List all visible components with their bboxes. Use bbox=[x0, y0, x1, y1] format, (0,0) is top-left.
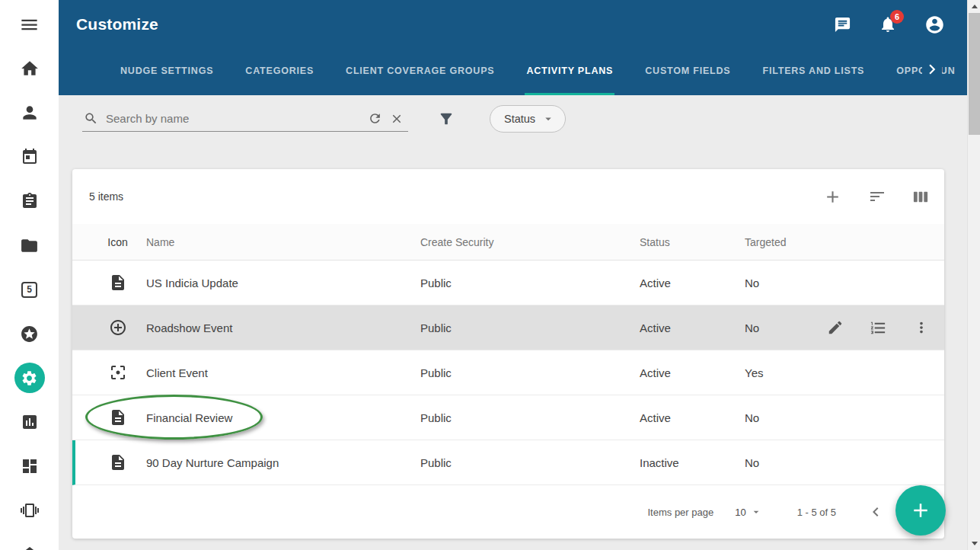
folder-icon bbox=[20, 236, 39, 255]
hamburger-icon bbox=[19, 14, 40, 35]
filter-button[interactable] bbox=[438, 110, 455, 127]
notification-badge: 6 bbox=[890, 10, 904, 24]
search-input[interactable] bbox=[106, 112, 360, 125]
columns-icon bbox=[912, 188, 930, 206]
pencil-icon bbox=[827, 319, 844, 336]
notifications-button[interactable]: 6 bbox=[879, 15, 897, 34]
row-create-security: Public bbox=[420, 456, 640, 469]
sidebar-item-calendar[interactable] bbox=[14, 142, 45, 172]
table-row[interactable]: Client Event Public Active Yes bbox=[72, 350, 944, 395]
row-status: Active bbox=[640, 366, 745, 379]
row-status: Active bbox=[640, 321, 745, 334]
row-targeted: No bbox=[745, 321, 821, 334]
add-item-button[interactable] bbox=[823, 187, 842, 206]
tab-client-coverage-groups[interactable]: CLIENT COVERAGE GROUPS bbox=[344, 49, 496, 95]
sidebar-item-files[interactable] bbox=[14, 230, 45, 261]
person-icon bbox=[20, 103, 40, 123]
app-root: 5 Customize bbox=[0, 0, 980, 550]
sidebar-item-favorites[interactable] bbox=[14, 318, 45, 349]
tab-activity-plans[interactable]: ACTIVITY PLANS bbox=[525, 49, 614, 95]
sidebar-item-home[interactable] bbox=[14, 53, 45, 84]
account-button[interactable] bbox=[924, 14, 945, 35]
row-create-security: Public bbox=[420, 277, 640, 289]
tab-categories[interactable]: CATEGORIES bbox=[244, 49, 315, 95]
status-filter-label: Status bbox=[504, 113, 535, 125]
center-focus-icon bbox=[109, 363, 127, 382]
row-targeted: No bbox=[745, 277, 821, 289]
col-header-status: Status bbox=[640, 236, 745, 248]
row-targeted: Yes bbox=[745, 366, 821, 379]
dashboard-icon bbox=[21, 457, 39, 475]
refresh-button[interactable] bbox=[368, 111, 382, 126]
plus-icon bbox=[909, 499, 932, 522]
chat-button[interactable] bbox=[834, 16, 851, 34]
document-icon bbox=[109, 273, 127, 292]
tab-nudge-settings[interactable]: NUDGE SETTINGS bbox=[119, 49, 215, 95]
pagination-bar: Items per page 10 1 - 5 of 5 bbox=[72, 485, 944, 539]
chevron-left-icon bbox=[867, 503, 885, 521]
content-area: Status 5 items bbox=[59, 95, 967, 550]
scrollbar-thumb[interactable] bbox=[969, 13, 980, 135]
numbered-list-icon bbox=[870, 319, 887, 337]
prev-page-button[interactable] bbox=[867, 503, 885, 521]
row-name: Financial Review bbox=[146, 411, 420, 424]
more-options-button[interactable] bbox=[913, 319, 930, 337]
table-row[interactable]: 90 Day Nurture Campaign Public Inactive … bbox=[72, 440, 944, 485]
create-activity-plan-fab[interactable] bbox=[895, 485, 946, 536]
clear-search-button[interactable] bbox=[390, 112, 404, 126]
five-icon: 5 bbox=[21, 282, 37, 298]
clipboard-icon bbox=[21, 192, 39, 210]
col-header-icon: Icon bbox=[89, 236, 146, 248]
activity-plans-card: 5 items Icon bbox=[72, 169, 944, 539]
col-header-create-security: Create Security bbox=[420, 236, 640, 248]
search-icon bbox=[84, 111, 98, 126]
scrollbar[interactable] bbox=[967, 0, 980, 550]
search-box bbox=[82, 106, 408, 132]
sidebar-item-profile[interactable] bbox=[14, 98, 45, 128]
row-name: 90 Day Nurture Campaign bbox=[146, 456, 420, 469]
menu-button[interactable] bbox=[14, 9, 45, 40]
filter-row: Status bbox=[59, 95, 967, 142]
status-filter-chip[interactable]: Status bbox=[490, 105, 566, 133]
sidebar-item-reports[interactable] bbox=[14, 407, 45, 437]
refresh-icon bbox=[368, 111, 382, 126]
avatar-icon bbox=[924, 14, 945, 35]
row-targeted: No bbox=[745, 456, 821, 469]
table-row[interactable]: US Indicia Update Public Active No bbox=[72, 261, 944, 305]
sidebar: 5 bbox=[0, 0, 59, 550]
row-status: Inactive bbox=[640, 456, 745, 469]
table-row[interactable]: Roadshow Event Public Active No bbox=[72, 305, 944, 350]
row-create-security: Public bbox=[420, 411, 640, 424]
scroll-down-button[interactable] bbox=[968, 537, 980, 550]
row-name: Roadshow Event bbox=[146, 321, 420, 334]
row-status: Active bbox=[640, 411, 745, 424]
chevron-down-icon bbox=[750, 506, 762, 518]
topbar: Customize 6 NUDGE SETTINGS bbox=[59, 0, 967, 95]
pagination-range: 1 - 5 of 5 bbox=[797, 507, 836, 518]
sidebar-item-tasks[interactable] bbox=[14, 186, 45, 216]
sidebar-item-more[interactable] bbox=[14, 539, 45, 550]
scroll-up-button[interactable] bbox=[968, 0, 980, 13]
table-row[interactable]: Financial Review Public Active No bbox=[72, 395, 944, 440]
row-create-security: Public bbox=[420, 366, 640, 379]
vibration-icon bbox=[21, 501, 39, 520]
columns-button[interactable] bbox=[912, 187, 930, 206]
arrow-up-icon bbox=[972, 5, 978, 8]
sort-button[interactable] bbox=[868, 187, 886, 206]
row-name: Client Event bbox=[146, 366, 420, 379]
steps-list-button[interactable] bbox=[870, 319, 887, 337]
tab-custom-fields[interactable]: CUSTOM FIELDS bbox=[643, 49, 732, 95]
chevron-down-icon bbox=[541, 112, 555, 126]
sidebar-item-interactions[interactable]: 5 bbox=[14, 274, 45, 305]
sidebar-item-dashboard[interactable] bbox=[14, 451, 45, 481]
col-header-targeted: Targeted bbox=[745, 236, 821, 248]
sidebar-item-mobile[interactable] bbox=[14, 495, 45, 526]
tab-filters-and-lists[interactable]: FILTERS AND LISTS bbox=[761, 49, 867, 95]
page-size-select[interactable]: 10 bbox=[735, 506, 761, 518]
card-header: 5 items bbox=[72, 169, 944, 224]
sidebar-item-settings[interactable] bbox=[14, 363, 45, 393]
arrow-down-icon bbox=[972, 542, 978, 545]
tabs-scroll-right-button[interactable] bbox=[922, 59, 942, 79]
edit-button[interactable] bbox=[827, 319, 844, 337]
tab-bar: NUDGE SETTINGS CATEGORIES CLIENT COVERAG… bbox=[59, 49, 967, 95]
